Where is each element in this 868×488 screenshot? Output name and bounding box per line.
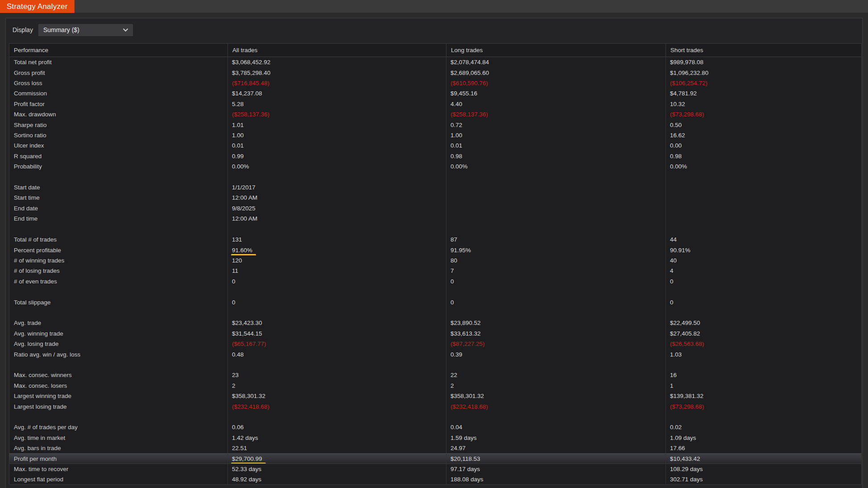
cell-value: 4 xyxy=(670,267,674,274)
row-label: Avg. bars in trade xyxy=(9,443,227,453)
cell-value: 1.03 xyxy=(670,351,682,358)
table-row[interactable]: Sharpe ratio1.010.720.50 xyxy=(9,119,861,130)
cell-long-trades: 7 xyxy=(446,266,665,276)
cell-value: $10,433.42 xyxy=(670,455,700,462)
row-label-text: R squared xyxy=(14,153,41,160)
table-row[interactable]: Percent profitable91.60%91.95%90.91% xyxy=(9,245,861,255)
table-row[interactable]: Ulcer index0.010.010.00 xyxy=(9,140,861,151)
table-row[interactable]: Max. time to recover52.33 days97.17 days… xyxy=(9,464,861,474)
table-row[interactable]: # of winning trades1208040 xyxy=(9,255,861,266)
table-row[interactable]: Total # of trades1318744 xyxy=(9,234,861,245)
cell-all-trades: $3,785,298.40 xyxy=(227,67,446,78)
column-header-long-trades[interactable]: Long trades xyxy=(446,44,665,57)
row-label: Gross profit xyxy=(9,67,227,78)
table-row[interactable]: Gross profit$3,785,298.40$2,689,065.60$1… xyxy=(9,67,861,78)
cell-short-trades: ($73,298.68) xyxy=(665,109,861,119)
column-header-performance[interactable]: Performance xyxy=(9,44,227,57)
column-header-short-trades[interactable]: Short trades xyxy=(665,44,861,57)
table-row[interactable]: Commission$14,237.08$9,455.16$4,781.92 xyxy=(9,88,861,98)
table-row[interactable]: Max. drawdown($258,137.36)($258,137.36)(… xyxy=(9,109,861,119)
table-row[interactable]: Avg. bars in trade22.5124.9717.66 xyxy=(9,443,861,453)
row-label: Max. consec. losers xyxy=(9,381,227,391)
cell-value: 0 xyxy=(670,299,674,306)
table-row[interactable]: Start time12:00 AM xyxy=(9,193,861,203)
table-row[interactable]: Total slippage000 xyxy=(9,297,861,307)
table-row[interactable]: End date9/8/2025 xyxy=(9,203,861,213)
cell-all-trades: 0.99 xyxy=(227,151,446,161)
cell-short-trades: 0.00% xyxy=(665,161,861,172)
cell-all-trades: 12:00 AM xyxy=(227,213,446,224)
row-label: Avg. trade xyxy=(9,318,227,328)
table-row[interactable]: Start date1/1/2017 xyxy=(9,182,861,193)
cell-value: 44 xyxy=(670,236,677,243)
cell-long-trades: $2,078,474.84 xyxy=(446,57,665,67)
cell-long-trades: $9,455.16 xyxy=(446,88,665,98)
highlight-underline xyxy=(231,463,266,463)
cell-value: 0.00% xyxy=(451,163,467,170)
table-row[interactable]: Total net profit$3,068,452.92$2,078,474.… xyxy=(9,57,861,67)
table-row-spacer xyxy=(9,224,861,234)
row-label: Avg. time in market xyxy=(9,433,227,443)
table-row[interactable]: Largest losing trade($232,418.68)($232,4… xyxy=(9,401,861,411)
table-row[interactable]: Avg. losing trade($65,167.77)($87,227.25… xyxy=(9,339,861,349)
cell-short-trades xyxy=(665,182,861,193)
cell-value: 0.50 xyxy=(670,122,682,128)
cell-value: 91.60% xyxy=(232,247,252,254)
cell-value: 0.00% xyxy=(670,163,687,170)
table-row[interactable]: Ratio avg. win / avg. loss0.480.391.03 xyxy=(9,349,861,359)
cell-all-trades xyxy=(227,360,446,370)
strategy-analyzer-tab[interactable]: Strategy Analyzer xyxy=(0,0,74,13)
cell-short-trades xyxy=(665,412,861,422)
display-dropdown-value: Summary ($) xyxy=(43,26,79,33)
cell-all-trades: $29,700.99 xyxy=(227,454,446,463)
cell-value: 11 xyxy=(232,267,238,274)
column-header-all-trades[interactable]: All trades xyxy=(227,44,446,57)
table-row[interactable]: R squared0.990.980.98 xyxy=(9,151,861,161)
table-row[interactable]: Gross loss($716,845.48)($610,590.76)($10… xyxy=(9,78,861,88)
table-row[interactable]: Profit factor5.284.4010.32 xyxy=(9,99,861,109)
table-row[interactable]: Avg. # of trades per day0.060.040.02 xyxy=(9,422,861,432)
cell-value: 97.17 days xyxy=(451,466,480,472)
table-row[interactable]: # of losing trades1174 xyxy=(9,266,861,276)
strategy-analyzer-panel: Display Summary ($) Performance All trad… xyxy=(5,18,863,488)
table-row[interactable]: # of even trades000 xyxy=(9,276,861,287)
cell-short-trades xyxy=(665,213,861,224)
table-row[interactable]: Longest flat period48.92 days188.08 days… xyxy=(9,474,861,484)
row-label: Total net profit xyxy=(9,57,227,67)
display-dropdown[interactable]: Summary ($) xyxy=(38,24,133,36)
cell-long-trades xyxy=(446,308,665,318)
table-row[interactable]: Sortino ratio1.001.0016.62 xyxy=(9,130,861,140)
cell-short-trades xyxy=(665,287,861,297)
summary-table: Performance All trades Long trades Short… xyxy=(9,43,862,485)
row-label: Profit factor xyxy=(9,99,227,109)
row-label-text: Sharpe ratio xyxy=(14,122,47,128)
cell-value: ($73,298.68) xyxy=(670,403,704,410)
cell-value: 1.42 days xyxy=(232,435,258,441)
row-label-text: # of even trades xyxy=(14,278,57,285)
table-row[interactable]: Avg. winning trade$31,544.15$33,613.32$2… xyxy=(9,328,861,339)
row-label: # of even trades xyxy=(9,276,227,287)
table-row[interactable]: End time12:00 AM xyxy=(9,213,861,224)
cell-long-trades: 0.00% xyxy=(446,161,665,172)
table-row[interactable]: Avg. trade$23,423.30$23,890.52$22,499.50 xyxy=(9,318,861,328)
cell-value: $4,781.92 xyxy=(670,90,697,97)
cell-value: 23 xyxy=(232,372,239,378)
table-row[interactable]: Avg. time in market1.42 days1.59 days1.0… xyxy=(9,433,861,443)
table-row[interactable]: Profit per month$29,700.99$20,118.53$10,… xyxy=(9,453,861,463)
cell-value: 16.62 xyxy=(670,132,685,139)
cell-long-trades: 97.17 days xyxy=(446,464,665,474)
row-label-text: Gross profit xyxy=(14,70,45,76)
cell-short-trades: 0 xyxy=(665,297,861,307)
cell-value: ($716,845.48) xyxy=(232,80,269,86)
cell-value: 52.33 days xyxy=(232,466,261,472)
row-label-text: Percent profitable xyxy=(14,247,61,254)
table-row[interactable]: Max. consec. winners232216 xyxy=(9,370,861,380)
cell-long-trades xyxy=(446,360,665,370)
table-row[interactable]: Probability0.00%0.00%0.00% xyxy=(9,161,861,172)
table-row[interactable]: Largest winning trade$358,301.32$358,301… xyxy=(9,391,861,401)
cell-all-trades: 0.06 xyxy=(227,422,446,432)
row-label: Total # of trades xyxy=(9,234,227,245)
table-row[interactable]: Max. consec. losers221 xyxy=(9,381,861,391)
cell-value: 0.01 xyxy=(451,142,462,149)
cell-all-trades: 48.92 days xyxy=(227,474,446,484)
